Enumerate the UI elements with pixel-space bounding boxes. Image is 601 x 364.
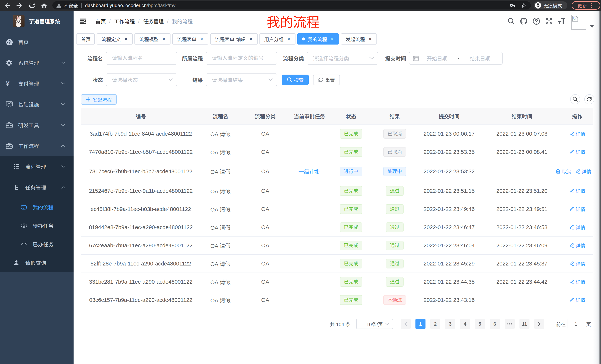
hamburger-icon[interactable] (80, 19, 86, 24)
process-definition-field-input[interactable] (206, 52, 277, 64)
table-row: 2152467e-7b9b-11ec-9a1b-acde48001122OA 请… (81, 182, 593, 200)
search-button[interactable]: 搜索 (282, 75, 309, 85)
breadcrumb-item[interactable]: 工作流程 (114, 18, 135, 25)
bookmark-star-icon[interactable] (521, 2, 527, 8)
detail-button[interactable]: 详情 (569, 130, 585, 137)
more-pages-button[interactable] (505, 319, 515, 329)
tree-icon (14, 185, 19, 190)
sidebar-item-task-mgmt[interactable]: 任务管理 (0, 177, 74, 198)
sidebar-item-label: 系统管理 (18, 59, 39, 67)
sidebar-item-infra[interactable]: 基础设施 (0, 94, 74, 115)
sidebar-item-label: 待办任务 (33, 222, 53, 229)
sidebar-item-my-process[interactable]: 我的流程 (0, 198, 74, 216)
sidebar-item-process-mgmt[interactable]: 流程管理 (0, 156, 74, 177)
breadcrumb-item[interactable]: 任务管理 (143, 18, 164, 25)
reset-button[interactable]: 重置 (313, 75, 340, 85)
page-button-5[interactable]: 5 (475, 319, 485, 329)
sidebar-logo[interactable]: 芋道管理系统 (0, 11, 74, 31)
breadcrumb-item[interactable]: 首页 (95, 18, 106, 25)
show-search-toggle-button[interactable] (570, 94, 580, 104)
start-date-placeholder[interactable]: 开始日期 (419, 55, 455, 62)
address-bar[interactable]: 不安全dashboard.yudao.iocoder.cn/bpm/task/m… (52, 1, 531, 10)
detail-button[interactable]: 详情 (569, 297, 585, 303)
github-icon[interactable] (517, 11, 530, 31)
sidebar-item-label: 流程管理 (25, 163, 46, 170)
page-button-3[interactable]: 3 (445, 319, 455, 329)
status-select[interactable]: 请选择状态 (106, 74, 177, 86)
browser-reload-icon[interactable] (29, 3, 35, 8)
tab-process-form-edit[interactable]: 流程表单-编辑× (210, 33, 258, 45)
edit-icon (569, 131, 576, 136)
end-date-placeholder[interactable]: 结束日期 (462, 55, 499, 62)
sidebar-item-workflow[interactable]: 工作流程 (0, 135, 74, 156)
close-icon[interactable]: × (199, 36, 204, 42)
detail-button[interactable]: 详情 (569, 278, 585, 285)
date-range-picker[interactable]: 开始日期-结束日期 (409, 52, 502, 65)
browser-update-button[interactable]: 更新 (572, 1, 600, 10)
tab-start-process[interactable]: 发起流程× (341, 33, 377, 45)
select-placeholder: 请选择流程分类 (307, 55, 349, 62)
page-size-select[interactable]: 10条/页 (356, 319, 393, 329)
sidebar-item-payment[interactable]: ¥支付管理 (0, 73, 74, 94)
column-header: 提交时间 (416, 108, 482, 125)
detail-button[interactable]: 详情 (569, 224, 585, 231)
sidebar-item-leave-query[interactable]: 请假查询 (0, 253, 74, 272)
fullscreen-icon[interactable] (543, 11, 555, 31)
detail-button[interactable]: 详情 (569, 187, 585, 194)
close-icon[interactable]: × (368, 36, 373, 42)
tab-home[interactable]: 首页 (76, 33, 95, 45)
browser-forward-icon[interactable] (16, 3, 22, 8)
page-button-2[interactable]: 2 (430, 319, 440, 329)
tab-process-form[interactable]: 流程表单× (172, 33, 208, 45)
sidebar-item-home[interactable]: 首页 (0, 31, 74, 52)
page-button-1[interactable]: 1 (415, 319, 425, 329)
search-icon (287, 77, 292, 82)
page-button-11[interactable]: 11 (520, 319, 530, 329)
security-warning[interactable]: 不安全 (56, 2, 78, 9)
close-icon[interactable]: × (123, 36, 129, 42)
column-header: 流程分类 (240, 108, 290, 125)
close-icon[interactable]: × (248, 36, 253, 42)
category-select[interactable]: 请选择流程分类 (307, 52, 378, 65)
process-name-field-input[interactable] (106, 52, 177, 64)
page-button-6[interactable]: 6 (490, 319, 500, 329)
detail-button[interactable]: 详情 (569, 242, 585, 249)
tab-my-process[interactable]: 我的流程× (297, 33, 339, 45)
sidebar-item-todo-tasks[interactable]: 待办任务 (0, 216, 74, 235)
start-process-button[interactable]: 发起流程 (81, 94, 117, 105)
help-icon[interactable] (530, 11, 543, 31)
result-badge: 通过 (386, 222, 404, 232)
tab-user-group[interactable]: 用户分组× (260, 33, 295, 45)
sidebar-item-devtools[interactable]: 研发工具 (0, 115, 74, 135)
user-icon (14, 260, 19, 265)
tab-label: 流程模型 (139, 36, 159, 42)
reset-button-label: 重置 (325, 77, 335, 83)
detail-button[interactable]: 详情 (569, 206, 585, 212)
goto-page-input[interactable] (568, 319, 584, 329)
detail-button[interactable]: 详情 (569, 260, 585, 267)
sidebar-item-done-tasks[interactable]: 已办任务 (0, 235, 74, 253)
detail-button[interactable]: 详情 (575, 168, 591, 175)
detail-button[interactable]: 详情 (569, 148, 585, 155)
current-task-link[interactable]: 一级审批 (298, 169, 320, 175)
cancel-button[interactable]: 取消 (556, 168, 572, 175)
browser-menu-icon[interactable] (591, 3, 592, 8)
close-icon[interactable]: × (330, 36, 335, 42)
browser-back-icon[interactable] (5, 3, 10, 8)
window-edge-scrollbar[interactable] (593, 11, 601, 364)
close-icon[interactable]: × (286, 36, 291, 42)
sidebar-item-label: 支付管理 (18, 80, 39, 87)
sidebar-item-system[interactable]: 系统管理 (0, 52, 74, 73)
next-page-button[interactable] (534, 319, 544, 329)
tab-process-definition[interactable]: 流程定义× (97, 33, 133, 45)
browser-home-icon[interactable] (41, 3, 47, 8)
close-icon[interactable]: × (161, 36, 166, 42)
prev-page-button[interactable] (401, 319, 411, 329)
password-key-icon[interactable] (510, 3, 515, 8)
result-select[interactable]: 请选择流结果 (206, 74, 277, 86)
font-size-icon[interactable] (555, 11, 568, 31)
page-button-4[interactable]: 4 (460, 319, 470, 329)
tab-process-model[interactable]: 流程模型× (134, 33, 170, 45)
cell-name: OA 请假 (200, 125, 240, 143)
header-search-icon[interactable] (505, 11, 517, 31)
